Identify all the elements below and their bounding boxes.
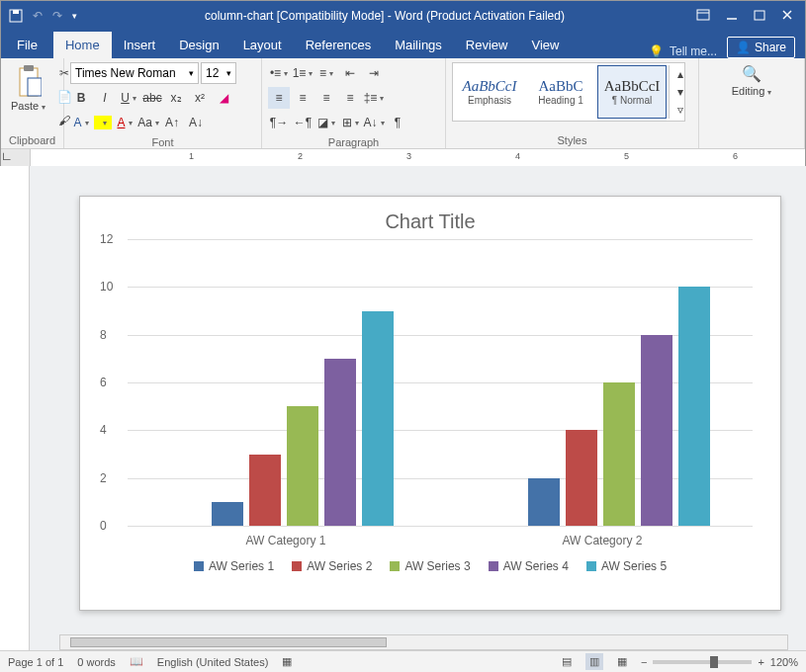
strike-button[interactable]: abc	[141, 87, 163, 109]
font-color-button[interactable]: A	[114, 112, 135, 133]
tell-me[interactable]: 💡Tell me...	[639, 44, 727, 58]
status-language[interactable]: English (United States)	[157, 656, 269, 668]
zoom-level[interactable]: 120%	[770, 656, 798, 668]
read-mode-icon[interactable]: ▤	[562, 655, 572, 668]
styles-gallery[interactable]: AaBbCcIEmphasis AaBbCHeading 1 AaBbCcI¶ …	[452, 62, 685, 122]
undo-icon[interactable]: ↶	[33, 9, 43, 23]
align-right-button[interactable]: ≡	[315, 87, 337, 109]
qat-dropdown-icon[interactable]: ▾	[72, 11, 77, 21]
legend-item: AW Series 5	[586, 559, 667, 573]
tab-home[interactable]: Home	[53, 32, 112, 58]
legend-swatch	[489, 561, 498, 571]
underline-button[interactable]: U	[118, 87, 139, 109]
bar	[566, 430, 597, 526]
minimize-icon[interactable]	[726, 9, 738, 24]
svg-rect-1	[13, 10, 19, 14]
status-page[interactable]: Page 1 of 1	[8, 656, 63, 668]
redo-icon[interactable]: ↷	[52, 9, 62, 23]
justify-button[interactable]: ≡	[339, 87, 361, 109]
tab-layout[interactable]: Layout	[231, 32, 294, 58]
person-icon: 👤	[736, 41, 751, 54]
multilevel-button[interactable]: ≡	[315, 62, 337, 84]
styles-scroll-down-icon[interactable]: ▾	[670, 83, 691, 101]
align-center-button[interactable]: ≡	[292, 87, 313, 109]
highlight-button[interactable]	[94, 116, 112, 129]
horizontal-scrollbar[interactable]	[59, 634, 788, 650]
document-area: Chart Title 024681012AW Category 1AW Cat…	[0, 166, 806, 650]
zoom-control[interactable]: − + 120%	[641, 656, 798, 668]
clear-format-icon[interactable]: ◢	[213, 87, 234, 109]
text-effects-button[interactable]: A	[70, 112, 92, 133]
paste-button[interactable]: Paste	[7, 62, 49, 114]
tab-review[interactable]: Review	[454, 32, 520, 58]
zoom-out-icon[interactable]: −	[641, 656, 647, 668]
legend-label: AW Series 5	[601, 559, 667, 573]
ruler-vertical[interactable]	[0, 166, 30, 650]
title-bar: ↶ ↷ ▾ column-chart [Compatibility Mode] …	[1, 1, 805, 31]
font-size-select[interactable]: 12▾	[201, 62, 236, 84]
superscript-button[interactable]: x²	[189, 87, 211, 109]
tab-file[interactable]: File	[1, 32, 53, 58]
window-title: column-chart [Compatibility Mode] - Word…	[85, 9, 684, 23]
legend-swatch	[194, 561, 204, 571]
tab-insert[interactable]: Insert	[112, 32, 168, 58]
bullets-button[interactable]: •≡	[268, 62, 290, 84]
line-spacing-button[interactable]: ‡≡	[363, 87, 385, 109]
styles-scroll-up-icon[interactable]: ▴	[670, 65, 691, 83]
tab-mailings[interactable]: Mailings	[383, 32, 454, 58]
rtl-button[interactable]: ←¶	[292, 112, 313, 133]
window-controls	[684, 9, 805, 24]
close-icon[interactable]	[781, 9, 793, 24]
maximize-icon[interactable]	[754, 9, 765, 24]
borders-button[interactable]: ⊞	[339, 112, 361, 133]
styles-more-icon[interactable]: ▿	[670, 101, 691, 119]
zoom-slider[interactable]	[653, 660, 752, 664]
y-tick-label: 8	[100, 328, 107, 342]
ltr-button[interactable]: ¶→	[268, 112, 290, 133]
zoom-in-icon[interactable]: +	[758, 656, 763, 668]
gridline	[128, 239, 753, 240]
print-layout-icon[interactable]: ▥	[585, 653, 603, 670]
shading-button[interactable]: ◪	[315, 112, 337, 133]
spellcheck-icon[interactable]: 📖	[130, 655, 143, 668]
y-tick-label: 2	[100, 471, 107, 485]
legend-item: AW Series 4	[489, 559, 569, 573]
status-words[interactable]: 0 words	[77, 656, 116, 668]
macro-icon[interactable]: ▦	[282, 655, 292, 668]
save-icon[interactable]	[9, 9, 23, 23]
increase-indent-button[interactable]: ⇥	[363, 62, 385, 84]
ruler-horizontal[interactable]: ∟ 123456	[1, 149, 805, 167]
page-viewport[interactable]: Chart Title 024681012AW Category 1AW Cat…	[30, 166, 806, 650]
tab-design[interactable]: Design	[167, 32, 230, 58]
scrollbar-thumb[interactable]	[70, 637, 387, 647]
align-left-button[interactable]: ≡	[268, 87, 290, 109]
sort-button[interactable]: A↓	[363, 112, 385, 133]
style-heading1[interactable]: AaBbCHeading 1	[526, 65, 595, 119]
chart-object[interactable]: Chart Title 024681012AW Category 1AW Cat…	[88, 205, 772, 602]
change-case-button[interactable]: Aa	[137, 112, 159, 133]
tab-view[interactable]: View	[519, 32, 571, 58]
group-clipboard: Paste ✂ 📄 🖌 Clipboard	[1, 58, 64, 148]
style-emphasis[interactable]: AaBbCcIEmphasis	[455, 65, 524, 119]
editing-button[interactable]: 🔍 Editing	[728, 62, 776, 99]
subscript-button[interactable]: x₂	[165, 87, 187, 109]
legend-label: AW Series 1	[209, 559, 274, 573]
bold-button[interactable]: B	[70, 87, 92, 109]
shrink-font-button[interactable]: A↓	[185, 112, 207, 133]
italic-button[interactable]: I	[94, 87, 116, 109]
decrease-indent-button[interactable]: ⇤	[339, 62, 361, 84]
font-name-select[interactable]: Times New Roman▾	[70, 62, 199, 84]
status-bar: Page 1 of 1 0 words 📖 English (United St…	[0, 650, 806, 672]
share-button[interactable]: 👤Share	[727, 37, 795, 58]
svg-rect-5	[755, 11, 764, 20]
find-icon: 🔍	[742, 64, 761, 83]
ribbon-tabs: File Home Insert Design Layout Reference…	[1, 31, 805, 58]
web-layout-icon[interactable]: ▦	[617, 655, 627, 668]
numbering-button[interactable]: 1≡	[292, 62, 313, 84]
style-normal[interactable]: AaBbCcI¶ Normal	[597, 65, 667, 119]
show-marks-button[interactable]: ¶	[387, 112, 408, 133]
svg-rect-2	[697, 10, 709, 20]
ribbon-options-icon[interactable]	[696, 9, 710, 24]
tab-references[interactable]: References	[294, 32, 383, 58]
grow-font-button[interactable]: A↑	[161, 112, 183, 133]
